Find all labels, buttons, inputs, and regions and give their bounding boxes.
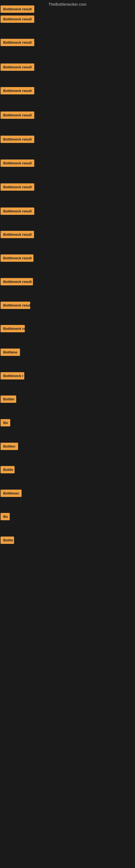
- bottleneck-result-card[interactable]: Bottleneck result: [1, 87, 34, 94]
- bottleneck-result-card[interactable]: Bottleneck result: [1, 159, 34, 167]
- bottleneck-result-card[interactable]: Bottlen: [1, 443, 18, 450]
- bottleneck-result-card[interactable]: Bottlenec: [1, 490, 21, 497]
- bottleneck-result-card[interactable]: Bottleneck result: [1, 16, 34, 23]
- bottleneck-result-card[interactable]: Bo: [1, 513, 10, 520]
- bottleneck-result-card[interactable]: Bottleneck result: [1, 278, 33, 285]
- bottleneck-result-card[interactable]: Bottleneck result: [1, 5, 34, 13]
- bottleneck-result-card[interactable]: Bottleneck result: [1, 183, 34, 191]
- bottleneck-result-card[interactable]: Bottleneck result: [1, 254, 34, 262]
- bottleneck-result-card[interactable]: Bottleneck result: [1, 112, 34, 119]
- bottleneck-result-card[interactable]: Bo: [1, 419, 10, 426]
- bottleneck-result-card[interactable]: Bottleneck result: [1, 231, 34, 238]
- bottleneck-result-card[interactable]: Bottleneck result: [1, 39, 34, 46]
- bottleneck-result-card[interactable]: Bottleneck result: [1, 208, 34, 215]
- bottleneck-result-card[interactable]: Bottleneck result: [1, 63, 34, 71]
- bottleneck-result-card[interactable]: Bottleneck r: [1, 372, 24, 379]
- bottleneck-result-card[interactable]: Bottleneck result: [1, 302, 30, 309]
- bottleneck-result-card[interactable]: Bottleneck result: [1, 135, 34, 143]
- bottleneck-result-card[interactable]: Bottle: [1, 536, 14, 544]
- bottleneck-result-card[interactable]: Bottleneck re: [1, 325, 25, 332]
- bottleneck-result-card[interactable]: Bottle: [1, 466, 14, 473]
- bottleneck-result-card[interactable]: Bottler: [1, 396, 16, 403]
- bottleneck-result-card[interactable]: Bottlene: [1, 348, 20, 356]
